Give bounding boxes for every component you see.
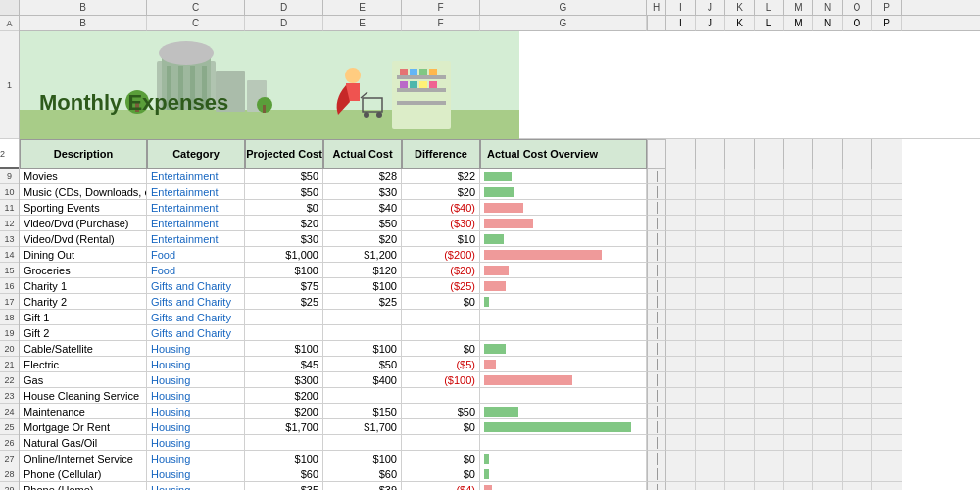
table-row[interactable]: Electric Housing $45 $50 ($5) [20, 357, 980, 372]
col-label-H[interactable] [647, 16, 666, 31]
cell-L [755, 247, 784, 263]
table-row[interactable]: Gift 2 Gifts and Charity [20, 325, 980, 341]
cell-H [647, 325, 666, 341]
col-header-N[interactable]: N [813, 0, 843, 15]
col-label-O[interactable]: O [843, 16, 872, 31]
header-N [813, 139, 843, 169]
cell-difference: ($40) [402, 200, 480, 216]
col-label-E[interactable]: E [323, 16, 402, 31]
col-label-K[interactable]: K [725, 16, 755, 31]
table-row[interactable]: Video/Dvd (Purchase) Entertainment $20 $… [20, 216, 980, 231]
col-label-C[interactable]: C [147, 16, 245, 31]
table-row[interactable]: Gift 1 Gifts and Charity [20, 310, 980, 325]
cell-description: Phone (Home) [20, 482, 147, 490]
cell-N [813, 435, 843, 451]
table-row[interactable]: Gas Housing $300 $400 ($100) [20, 372, 980, 388]
col-label-M[interactable]: M [784, 16, 813, 31]
cell-H [647, 310, 666, 325]
table-row[interactable]: Online/Internet Service Housing $100 $10… [20, 451, 980, 466]
table-row[interactable]: Groceries Food $100 $120 ($20) [20, 263, 980, 278]
table-row[interactable]: House Cleaning Service Housing $200 [20, 388, 980, 404]
col-label-J[interactable]: J [696, 16, 725, 31]
cell-K [725, 231, 755, 247]
col-label-L[interactable]: L [755, 16, 784, 31]
col-header-E[interactable]: E [323, 0, 402, 15]
cell-M [784, 372, 813, 388]
cell-M [784, 435, 813, 451]
col-label-N[interactable]: N [813, 16, 843, 31]
row-num-11: 11 [0, 200, 19, 216]
col-label-F[interactable]: F [402, 16, 480, 31]
cell-projected-cost [245, 325, 323, 341]
cell-K [725, 435, 755, 451]
col-label-B[interactable]: B [20, 16, 147, 31]
table-row[interactable]: Dining Out Food $1,000 $1,200 ($200) [20, 247, 980, 263]
cell-O [843, 247, 872, 263]
cell-projected-cost [245, 310, 323, 325]
col-label-P[interactable]: P [872, 16, 902, 31]
svg-rect-19 [397, 101, 446, 105]
table-row[interactable]: Mortgage Or Rent Housing $1,700 $1,700 $… [20, 419, 980, 435]
cell-N [813, 169, 843, 184]
cell-difference [402, 325, 480, 341]
table-row[interactable]: Sporting Events Entertainment $0 $40 ($4… [20, 200, 980, 216]
col-label-G[interactable]: G [480, 16, 647, 31]
col-header-G[interactable]: G [480, 0, 647, 15]
cell-M [784, 341, 813, 357]
cell-P [872, 435, 902, 451]
cell-actual-cost [323, 325, 402, 341]
table-row[interactable]: Maintenance Housing $200 $150 $50 [20, 404, 980, 419]
table-row[interactable]: Music (CDs, Downloads, etc.) Entertainme… [20, 184, 980, 200]
table-row[interactable]: Cable/Satellite Housing $100 $100 $0 [20, 341, 980, 357]
col-header-O[interactable]: O [843, 0, 872, 15]
table-row[interactable]: Natural Gas/Oil Housing [20, 435, 980, 451]
table-row[interactable]: Phone (Home) Housing $35 $39 ($4) [20, 482, 980, 490]
cell-difference: $0 [402, 451, 480, 466]
table-row[interactable]: Video/Dvd (Rental) Entertainment $30 $20… [20, 231, 980, 247]
cell-actual-cost: $120 [323, 263, 402, 278]
col-header-B[interactable]: B [20, 0, 147, 15]
col-header-J[interactable]: J [696, 0, 725, 15]
col-header-H[interactable]: H [647, 0, 666, 15]
cell-difference: $50 [402, 404, 480, 419]
cell-category: Gifts and Charity [147, 278, 245, 294]
cell-P [872, 451, 902, 466]
cell-description: Natural Gas/Oil [20, 435, 147, 451]
col-header-F[interactable]: F [402, 0, 480, 15]
cell-H [647, 451, 666, 466]
col-header-D[interactable]: D [245, 0, 323, 15]
cell-N [813, 216, 843, 231]
col-header-C[interactable]: C [147, 0, 245, 15]
corner-cell [0, 0, 20, 15]
table-row[interactable]: Charity 2 Gifts and Charity $25 $25 $0 [20, 294, 980, 310]
cell-J [696, 419, 725, 435]
cell-actual-cost: $50 [323, 216, 402, 231]
cell-K [725, 325, 755, 341]
svg-rect-26 [419, 81, 427, 88]
cell-I [666, 325, 696, 341]
cell-projected-cost: $200 [245, 388, 323, 404]
cell-J [696, 372, 725, 388]
col-label-D[interactable]: D [245, 16, 323, 31]
cell-category: Housing [147, 419, 245, 435]
col-header-P[interactable]: P [872, 0, 902, 15]
cell-M [784, 231, 813, 247]
cell-M [784, 466, 813, 482]
table-row[interactable]: Movies Entertainment $50 $28 $22 [20, 169, 980, 184]
cell-description: Cable/Satellite [20, 341, 147, 357]
cell-difference: ($100) [402, 372, 480, 388]
col-label-I[interactable]: I [666, 16, 696, 31]
cell-projected-cost: $30 [245, 231, 323, 247]
cell-difference: $0 [402, 419, 480, 435]
table-row[interactable]: Charity 1 Gifts and Charity $75 $100 ($2… [20, 278, 980, 294]
cell-L [755, 419, 784, 435]
table-row[interactable]: Phone (Cellular) Housing $60 $60 $0 [20, 466, 980, 482]
col-header-I[interactable]: I [666, 0, 696, 15]
cell-difference [402, 310, 480, 325]
col-header-L[interactable]: L [755, 0, 784, 15]
cell-I [666, 231, 696, 247]
col-header-K[interactable]: K [725, 0, 755, 15]
cell-P [872, 294, 902, 310]
cell-bar [480, 216, 647, 231]
col-header-M[interactable]: M [784, 0, 813, 15]
